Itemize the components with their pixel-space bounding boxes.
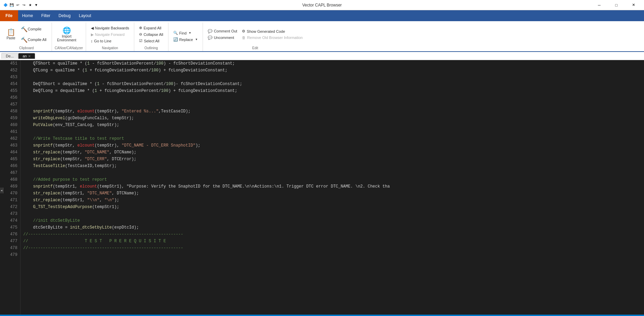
code-line: //Write Testcase title to test report bbox=[23, 135, 641, 142]
code-line: //--------------------------------------… bbox=[23, 245, 641, 251]
collapse-handle[interactable]: ◀ bbox=[0, 188, 3, 193]
find-dropdown-icon: ▼ bbox=[189, 31, 191, 35]
compile-col: 🔨 Compile 🔨 Compile All bbox=[18, 24, 49, 45]
window-title: Vector CAPL Browser bbox=[302, 3, 342, 8]
tab-an[interactable]: an ✕ bbox=[18, 53, 35, 59]
code-line: snprintf(tempStr, elcount(tempStr), "Ent… bbox=[23, 108, 641, 115]
code-content[interactable]: QTShort = qualTime * (1 - fcShortDeviati… bbox=[20, 60, 644, 315]
uncomment-button[interactable]: 💬 Uncomment bbox=[206, 35, 239, 41]
code-line bbox=[23, 74, 641, 81]
title-bar-left: 🔷 💾 ↩ ↪ ★ ▼ bbox=[3, 2, 39, 8]
compile-group-label: CANoe/CANalyzer bbox=[55, 45, 83, 50]
code-line bbox=[23, 128, 641, 135]
outlining-label: Outlining bbox=[137, 45, 165, 50]
tab-de[interactable]: De... bbox=[1, 53, 18, 59]
code-line: dtcSetByLite = init_dtcSetbyLite(expDtcI… bbox=[23, 224, 641, 231]
menu-layout[interactable]: Layout bbox=[75, 10, 95, 21]
navigate-backwards-label: Navigate Backwards bbox=[95, 26, 129, 30]
code-line: snprintf(tempStr1, elcount(tempStr1), "P… bbox=[23, 183, 641, 190]
minimize-button[interactable]: ─ bbox=[591, 0, 607, 10]
comment-out-icon: 💬 bbox=[208, 29, 213, 33]
find-label: Find bbox=[179, 31, 187, 35]
compile-all-icon: 🔨 bbox=[21, 37, 28, 43]
select-all-button[interactable]: ☑ Select All bbox=[137, 38, 165, 44]
ribbon-group-navigation: ◀ Navigate Backwards ▶ Navigate Forward … bbox=[86, 23, 134, 51]
save-icon[interactable]: 💾 bbox=[9, 2, 14, 8]
code-line: TestCaseTitle(TestCaseID,tempStr); bbox=[23, 163, 641, 169]
navigate-forward-button[interactable]: ▶ Navigate Forward bbox=[89, 32, 131, 38]
status-bar: https://blog.csdn.net/qq_34414530 bbox=[0, 315, 644, 316]
redo-icon[interactable]: ↪ bbox=[21, 2, 27, 8]
ribbon-row-edit: 💬 Comment Out 💬 Uncomment ⚙ Show Generat… bbox=[206, 24, 305, 45]
compile-all-button[interactable]: 🔨 Compile All bbox=[18, 35, 49, 45]
replace-icon: 🔄 bbox=[173, 37, 178, 42]
comment-out-label: Comment Out bbox=[214, 29, 237, 33]
show-generated-code-label: Show Generated Code bbox=[247, 29, 285, 33]
tab-de-label: De... bbox=[6, 54, 14, 58]
menu-debug[interactable]: Debug bbox=[54, 10, 74, 21]
menu-home[interactable]: Home bbox=[18, 10, 37, 21]
code-line: str_replace(tempStr, "DTC_ERR", DTCError… bbox=[23, 156, 641, 163]
nav-fwd-icon: ▶ bbox=[91, 32, 94, 37]
code-line: writeDbgLevel(gcDebugFuncCalls, tempStr)… bbox=[23, 115, 641, 122]
dropdown-icon[interactable]: ▼ bbox=[33, 2, 39, 8]
expand-all-label: Expand All bbox=[143, 26, 161, 30]
code-line: str_replace(tempStr1, "DTC_NAME", DTCNam… bbox=[23, 190, 641, 197]
show-generated-code-button[interactable]: ⚙ Show Generated Code bbox=[240, 28, 305, 34]
replace-dropdown-icon: ▼ bbox=[195, 38, 198, 41]
compile-button[interactable]: 🔨 Compile bbox=[18, 24, 49, 34]
tab-an-label: an bbox=[23, 54, 27, 58]
tab-bar: De... an ✕ bbox=[0, 52, 644, 60]
navigate-backwards-button[interactable]: ◀ Navigate Backwards bbox=[89, 25, 131, 31]
uncomment-icon: 💬 bbox=[208, 36, 213, 40]
select-icon: ☑ bbox=[139, 39, 142, 43]
navigate-forward-label: Navigate Forward bbox=[95, 32, 125, 37]
comment-col: 💬 Comment Out 💬 Uncomment bbox=[206, 28, 239, 41]
outlining-col: ⊕ Expand All ⊖ Collapse All ☑ Select All bbox=[137, 25, 165, 44]
navigation-label: Navigation bbox=[89, 45, 131, 50]
menu-filter[interactable]: Filter bbox=[37, 10, 55, 21]
collapse-all-label: Collapse All bbox=[143, 32, 163, 37]
go-to-line-icon: ↕ bbox=[91, 39, 93, 43]
paste-button[interactable]: 📋 Paste bbox=[4, 27, 18, 42]
remove-old-browser-button[interactable]: 🗑 Remove Old Browser Information bbox=[240, 35, 305, 40]
code-line: DeQTLong = dequalTime * (1 + fcLongDevia… bbox=[23, 87, 641, 94]
code-line: //init dtcSetByLite bbox=[23, 217, 641, 224]
import-icon: 🌐 bbox=[63, 27, 71, 34]
uncomment-label: Uncomment bbox=[214, 36, 234, 40]
undo-icon[interactable]: ↩ bbox=[15, 2, 20, 8]
code-line: snprintf(tempStr, elcount(tempStr), "DTC… bbox=[23, 142, 641, 149]
close-button[interactable]: ✕ bbox=[626, 0, 641, 10]
select-all-label: Select All bbox=[144, 39, 159, 43]
menu-file[interactable]: File bbox=[0, 10, 18, 21]
expand-all-button[interactable]: ⊕ Expand All bbox=[137, 25, 165, 31]
ribbon-group-outlining: ⊕ Expand All ⊖ Collapse All ☑ Select All… bbox=[134, 23, 168, 51]
import-env-button[interactable]: 🌐 ImportEnvironment bbox=[55, 25, 79, 44]
replace-button[interactable]: 🔄 Replace ▼ bbox=[171, 37, 200, 42]
remove-icon: 🗑 bbox=[242, 36, 246, 40]
code-line: str_replace(tempStr1, "\\n", "\n"); bbox=[23, 197, 641, 204]
code-area: ◀ 45145245345445545645745845946046146246… bbox=[0, 60, 644, 315]
code-line: QTShort = qualTime * (1 - fcShortDeviati… bbox=[23, 60, 641, 67]
ribbon-group-edit: 💬 Comment Out 💬 Uncomment ⚙ Show Generat… bbox=[203, 23, 307, 51]
paste-label: Paste bbox=[6, 36, 15, 40]
expand-icon: ⊕ bbox=[139, 26, 142, 30]
import-label: ImportEnvironment bbox=[57, 35, 76, 42]
window-controls: ─ □ ✕ bbox=[591, 0, 641, 10]
ribbon-group-compile: 🌐 ImportEnvironment CANoe/CANalyzer bbox=[52, 23, 86, 51]
go-to-line-button[interactable]: ↕ Go to Line bbox=[89, 38, 131, 44]
code-line: QTLong = qualTime * (1 + fcLongDeviation… bbox=[23, 67, 641, 74]
replace-label: Replace bbox=[179, 38, 193, 42]
maximize-button[interactable]: □ bbox=[608, 0, 624, 10]
nav-back-icon: ◀ bbox=[91, 26, 94, 30]
edit-label: Edit bbox=[206, 45, 305, 50]
code-line bbox=[23, 210, 641, 217]
find-button[interactable]: 🔍 Find ▼ bbox=[171, 30, 200, 36]
menu-bar: File Home Filter Debug Layout bbox=[0, 10, 644, 21]
star-icon[interactable]: ★ bbox=[27, 2, 33, 8]
collapse-all-button[interactable]: ⊖ Collapse All bbox=[137, 31, 165, 37]
tab-an-close-icon[interactable]: ✕ bbox=[28, 54, 31, 58]
app-icon: 🔷 bbox=[3, 2, 8, 8]
find-col: 🔍 Find ▼ 🔄 Replace ▼ bbox=[171, 30, 200, 42]
comment-out-button[interactable]: 💬 Comment Out bbox=[206, 28, 239, 34]
